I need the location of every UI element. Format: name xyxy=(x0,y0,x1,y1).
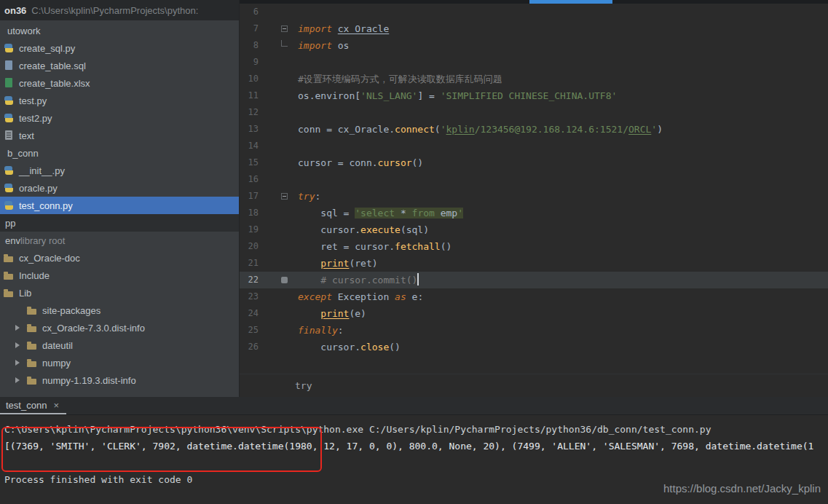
code-line-8[interactable]: 8import os xyxy=(240,37,828,54)
chevron-right-icon[interactable] xyxy=(9,342,26,348)
gutter: 6 xyxy=(240,4,292,20)
tree-item-lib[interactable]: Lib xyxy=(0,284,239,302)
gutter: 17 xyxy=(240,188,292,205)
gutter-fold-area xyxy=(259,188,292,205)
editor-lines: 67import cx_Oracle8import os910#设置环境编码方式… xyxy=(240,4,828,355)
tree-item-test-conn-py[interactable]: test_conn.py xyxy=(0,197,239,214)
code-line-11[interactable]: 11os.environ['NLS_LANG'] = 'SIMPLIFIED C… xyxy=(240,87,828,104)
gutter-fold-area xyxy=(259,221,292,238)
line-number: 12 xyxy=(240,104,259,121)
gutter: 23 xyxy=(240,288,292,305)
line-number: 25 xyxy=(240,322,259,339)
code-line-24[interactable]: 24 print(e) xyxy=(240,305,828,322)
line-number: 15 xyxy=(240,154,259,171)
line-number: 21 xyxy=(240,255,259,272)
code-text: finally: xyxy=(292,322,344,339)
code-line-9[interactable]: 9 xyxy=(240,54,828,71)
gutter: 16 xyxy=(240,171,292,188)
tree-item-create-sql-py[interactable]: create_sql.py xyxy=(0,39,239,57)
line-number: 16 xyxy=(240,171,259,188)
editor-marker-icon xyxy=(281,277,288,283)
code-line-18[interactable]: 18 sql = 'select * from emp' xyxy=(240,205,828,221)
tree-item-label: Lib xyxy=(19,288,31,299)
code-line-12[interactable]: 12 xyxy=(240,104,828,121)
gutter-fold-area xyxy=(259,104,292,121)
tree-item-numpy-1-19-3-dist-info[interactable]: numpy-1.19.3.dist-info xyxy=(0,371,239,389)
console-tab-test-conn[interactable]: test_conn × xyxy=(0,397,66,414)
tree-item-env[interactable]: env library root xyxy=(0,232,239,249)
python-file-icon xyxy=(3,200,15,211)
folder-icon xyxy=(26,339,38,351)
tree-item-text[interactable]: text xyxy=(0,127,239,144)
chevron-right-icon[interactable] xyxy=(9,325,26,331)
gutter-fold-area xyxy=(259,339,292,355)
code-line-16[interactable]: 16 xyxy=(240,171,828,188)
code-line-17[interactable]: 17try: xyxy=(240,188,828,205)
code-line-23[interactable]: 23except Exception as e: xyxy=(240,288,828,305)
tree-item-site-packages[interactable]: site-packages xyxy=(0,302,239,319)
tree-item-utowork[interactable]: utowork xyxy=(0,22,239,39)
fold-collapse-icon[interactable] xyxy=(281,25,288,32)
line-number: 22 xyxy=(240,272,259,288)
gutter-fold-area xyxy=(259,121,292,138)
gutter: 18 xyxy=(240,205,292,221)
gutter: 8 xyxy=(240,37,292,54)
line-number: 20 xyxy=(240,238,259,255)
gutter-fold-area xyxy=(259,171,292,188)
tree-item-label: test_conn.py xyxy=(19,200,73,211)
tree-item-create-table-xlsx[interactable]: create_table.xlsx xyxy=(0,74,239,92)
code-text: cursor.close() xyxy=(292,339,401,355)
code-line-19[interactable]: 19 cursor.execute(sql) xyxy=(240,221,828,238)
tree-item-include[interactable]: Include xyxy=(0,267,239,284)
gutter: 10 xyxy=(240,71,292,87)
tree-item-test2-py[interactable]: test2.py xyxy=(0,109,239,127)
tree-item-dateutil[interactable]: dateutil xyxy=(0,336,239,354)
code-line-21[interactable]: 21 print(ret) xyxy=(240,255,828,272)
tree-item-cx-oracle-doc[interactable]: cx_Oracle-doc xyxy=(0,249,239,267)
gutter: 20 xyxy=(240,238,292,255)
tree-item-label: Include xyxy=(19,270,50,281)
code-line-14[interactable]: 14 xyxy=(240,138,828,154)
code-line-7[interactable]: 7import cx_Oracle xyxy=(240,20,828,37)
code-line-10[interactable]: 10#设置环境编码方式，可解决读取数据库乱码问题 xyxy=(240,71,828,87)
tree-item-b-conn[interactable]: b_conn xyxy=(0,144,239,162)
code-line-20[interactable]: 20 ret = cursor.fetchall() xyxy=(240,238,828,255)
tree-item-cx-oracle-7-3-0-dist-info[interactable]: cx_Oracle-7.3.0.dist-info xyxy=(0,319,239,336)
gutter-fold-area xyxy=(259,54,292,71)
chevron-right-icon[interactable] xyxy=(9,360,26,366)
fold-collapse-icon[interactable] xyxy=(281,193,288,200)
tab-close-icon[interactable]: × xyxy=(53,400,59,411)
code-line-25[interactable]: 25finally: xyxy=(240,322,828,339)
tree-item-oracle-py[interactable]: oracle.py xyxy=(0,179,239,197)
tree-item-test-py[interactable]: test.py xyxy=(0,92,239,109)
gutter: 22 xyxy=(240,272,292,288)
tree-item-label: create_table.xlsx xyxy=(19,78,90,89)
tree-item-pp[interactable]: pp xyxy=(0,214,239,232)
folder-icon xyxy=(26,357,38,369)
tree-item-numpy[interactable]: numpy xyxy=(0,354,239,371)
line-number: 10 xyxy=(240,71,259,87)
code-line-6[interactable]: 6 xyxy=(240,4,828,20)
gutter: 13 xyxy=(240,121,292,138)
tree-item-create-table-sql[interactable]: create_table.sql xyxy=(0,57,239,74)
gutter-fold-area xyxy=(259,305,292,322)
code-line-15[interactable]: 15cursor = conn.cursor() xyxy=(240,154,828,171)
tree-item-label: cx_Oracle-7.3.0.dist-info xyxy=(42,323,145,334)
folder-icon xyxy=(26,374,38,386)
editor[interactable]: 67import cx_Oracle8import os910#设置环境编码方式… xyxy=(240,0,828,374)
tree-item-suffix: library root xyxy=(20,235,65,246)
chevron-right-icon[interactable] xyxy=(9,377,26,383)
code-line-13[interactable]: 13conn = cx_Oracle.connect('kplin/123456… xyxy=(240,121,828,138)
tree-item--init-py[interactable]: __init__.py xyxy=(0,162,239,179)
project-root-row[interactable]: on36 C:\Users\kplin\PycharmProjects\pyth… xyxy=(0,0,239,20)
python-file-icon xyxy=(3,182,15,194)
breadcrumb-try[interactable]: try xyxy=(295,380,312,391)
fold-end-icon[interactable] xyxy=(281,40,288,47)
code-line-22[interactable]: 22 # cursor.commit() xyxy=(240,272,828,288)
console-output[interactable]: C:\Users\kplin\PycharmProjects\python36\… xyxy=(0,415,828,488)
code-line-26[interactable]: 26 cursor.close() xyxy=(240,339,828,355)
tree-item-label: env xyxy=(5,235,20,246)
line-number: 19 xyxy=(240,221,259,238)
console-line-2: [(7369, 'SMITH', 'CLERK', 7902, datetime… xyxy=(4,438,828,454)
line-number: 7 xyxy=(240,20,259,37)
